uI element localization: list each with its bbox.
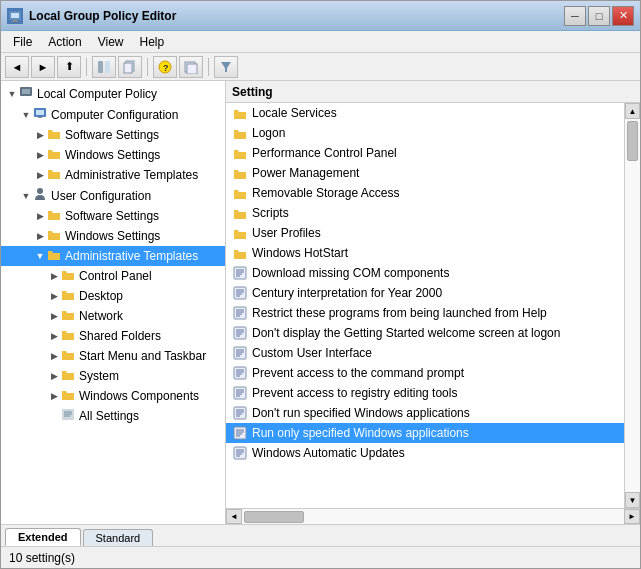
tree-item-admin-templates-2[interactable]: ▼ Administrative Templates xyxy=(1,246,225,266)
list-label-removable-storage: Removable Storage Access xyxy=(252,186,399,200)
list-item-prevent-registry[interactable]: Prevent access to registry editing tools xyxy=(226,383,624,403)
help-button[interactable]: ? xyxy=(153,56,177,78)
scroll-right-button[interactable]: ► xyxy=(624,509,640,524)
svg-rect-16 xyxy=(36,110,44,115)
tab-bar: Extended Standard xyxy=(1,524,640,546)
tree-item-software-settings-2[interactable]: ▶ Software Settings xyxy=(1,206,225,226)
menu-file[interactable]: File xyxy=(5,33,40,51)
tree-item-shared-folders[interactable]: ▶ Shared Folders xyxy=(1,326,225,346)
menu-help[interactable]: Help xyxy=(132,33,173,51)
scroll-left-button[interactable]: ◄ xyxy=(226,509,242,524)
svg-rect-53 xyxy=(234,387,246,399)
list-item-removable-storage[interactable]: Removable Storage Access xyxy=(226,183,624,203)
expand-user-config[interactable]: ▼ xyxy=(19,189,33,203)
tree-item-computer-config[interactable]: ▼ Computer Configuration xyxy=(1,104,225,125)
list-item-windows-hotstart[interactable]: Windows HotStart xyxy=(226,243,624,263)
toolbar-separator-3 xyxy=(208,58,209,76)
tree-item-windows-settings-2[interactable]: ▶ Windows Settings xyxy=(1,226,225,246)
menu-action[interactable]: Action xyxy=(40,33,89,51)
tree-item-software-settings-1[interactable]: ▶ Software Settings xyxy=(1,125,225,145)
scroll-track[interactable] xyxy=(625,119,640,492)
right-scrollbar[interactable]: ▲ ▼ xyxy=(624,103,640,508)
tab-standard[interactable]: Standard xyxy=(83,529,154,546)
list-item-windows-auto-updates[interactable]: Windows Automatic Updates xyxy=(226,443,624,463)
back-button[interactable]: ◄ xyxy=(5,56,29,78)
user-config-icon xyxy=(33,187,47,204)
folder-icon-dt xyxy=(61,288,75,304)
tree-item-network[interactable]: ▶ Network xyxy=(1,306,225,326)
tree-item-system[interactable]: ▶ System xyxy=(1,366,225,386)
forward-button[interactable]: ► xyxy=(31,56,55,78)
list-item-restrict-programs[interactable]: Restrict these programs from being launc… xyxy=(226,303,624,323)
filter-button[interactable] xyxy=(214,56,238,78)
scroll-thumb[interactable] xyxy=(627,121,638,161)
right-panel-inner: Locale Services Logon xyxy=(226,103,640,508)
left-panel[interactable]: ▼ Local Computer Policy ▼ xyxy=(1,81,226,524)
maximize-button[interactable]: □ xyxy=(588,6,610,26)
svg-rect-38 xyxy=(234,327,246,339)
copy-button[interactable] xyxy=(118,56,142,78)
list-item-scripts[interactable]: Scripts xyxy=(226,203,624,223)
list-item-dont-display-getting-started[interactable]: Don't display the Getting Started welcom… xyxy=(226,323,624,343)
list-item-run-only-specified[interactable]: Run only specified Windows applications xyxy=(226,423,624,443)
up-button[interactable]: ⬆ xyxy=(57,56,81,78)
list-item-logon[interactable]: Logon xyxy=(226,123,624,143)
policy-icon-prevent-cmd xyxy=(232,365,248,381)
tree-item-start-menu[interactable]: ▶ Start Menu and Taskbar xyxy=(1,346,225,366)
expand-admin-templates-1[interactable]: ▶ xyxy=(33,168,47,182)
h-scroll-track[interactable] xyxy=(242,509,624,524)
list-label-prevent-registry: Prevent access to registry editing tools xyxy=(252,386,457,400)
tree-item-control-panel[interactable]: ▶ Control Panel xyxy=(1,266,225,286)
tree-item-user-config[interactable]: ▼ User Configuration xyxy=(1,185,225,206)
list-item-performance-control-panel[interactable]: Performance Control Panel xyxy=(226,143,624,163)
tree-item-root[interactable]: ▼ Local Computer Policy xyxy=(1,83,225,104)
list-item-download-com[interactable]: Download missing COM components xyxy=(226,263,624,283)
scroll-up-button[interactable]: ▲ xyxy=(625,103,640,119)
tree-item-desktop[interactable]: ▶ Desktop xyxy=(1,286,225,306)
expand-computer-config[interactable]: ▼ xyxy=(19,108,33,122)
h-scroll-thumb[interactable] xyxy=(244,511,304,523)
expand-desktop[interactable]: ▶ xyxy=(47,289,61,303)
bottom-scrollbar[interactable]: ◄ ► xyxy=(226,508,640,524)
expand-root[interactable]: ▼ xyxy=(5,87,19,101)
list-item-century[interactable]: Century interpretation for Year 2000 xyxy=(226,283,624,303)
new-window-button[interactable] xyxy=(179,56,203,78)
expand-network[interactable]: ▶ xyxy=(47,309,61,323)
expand-system[interactable]: ▶ xyxy=(47,369,61,383)
main-window: Local Group Policy Editor ─ □ ✕ File Act… xyxy=(0,0,641,569)
tree-item-windows-settings-1[interactable]: ▶ Windows Settings xyxy=(1,145,225,165)
right-list[interactable]: Locale Services Logon xyxy=(226,103,624,508)
expand-shared-folders[interactable]: ▶ xyxy=(47,329,61,343)
expand-admin-templates-2[interactable]: ▼ xyxy=(33,249,47,263)
title-buttons: ─ □ ✕ xyxy=(564,6,634,26)
show-hide-button[interactable] xyxy=(92,56,116,78)
tree-item-windows-components[interactable]: ▶ Windows Components xyxy=(1,386,225,406)
minimize-button[interactable]: ─ xyxy=(564,6,586,26)
expand-control-panel[interactable]: ▶ xyxy=(47,269,61,283)
list-item-power-management[interactable]: Power Management xyxy=(226,163,624,183)
tree-label-software-settings-1: Software Settings xyxy=(65,128,159,142)
tree-label-control-panel: Control Panel xyxy=(79,269,152,283)
expand-windows-components[interactable]: ▶ xyxy=(47,389,61,403)
policy-icon-getting-started xyxy=(232,325,248,341)
list-item-user-profiles[interactable]: User Profiles xyxy=(226,223,624,243)
policy-icon-auto-updates xyxy=(232,445,248,461)
expand-all-settings[interactable]: ▶ xyxy=(47,409,61,423)
scroll-down-button[interactable]: ▼ xyxy=(625,492,640,508)
svg-marker-12 xyxy=(221,62,231,72)
tab-extended[interactable]: Extended xyxy=(5,528,81,546)
menu-view[interactable]: View xyxy=(90,33,132,51)
close-button[interactable]: ✕ xyxy=(612,6,634,26)
tree-item-all-settings[interactable]: ▶ All Settings xyxy=(1,406,225,426)
list-item-locale-services[interactable]: Locale Services xyxy=(226,103,624,123)
expand-software-settings-2[interactable]: ▶ xyxy=(33,209,47,223)
list-item-custom-ui[interactable]: Custom User Interface xyxy=(226,343,624,363)
expand-windows-settings-1[interactable]: ▶ xyxy=(33,148,47,162)
list-item-dont-run-specified[interactable]: Don't run specified Windows applications xyxy=(226,403,624,423)
expand-start-menu[interactable]: ▶ xyxy=(47,349,61,363)
expand-windows-settings-2[interactable]: ▶ xyxy=(33,229,47,243)
expand-software-settings-1[interactable]: ▶ xyxy=(33,128,47,142)
tree-item-admin-templates-1[interactable]: ▶ Administrative Templates xyxy=(1,165,225,185)
tree-label-computer-config: Computer Configuration xyxy=(51,108,178,122)
list-item-prevent-cmd[interactable]: Prevent access to the command prompt xyxy=(226,363,624,383)
